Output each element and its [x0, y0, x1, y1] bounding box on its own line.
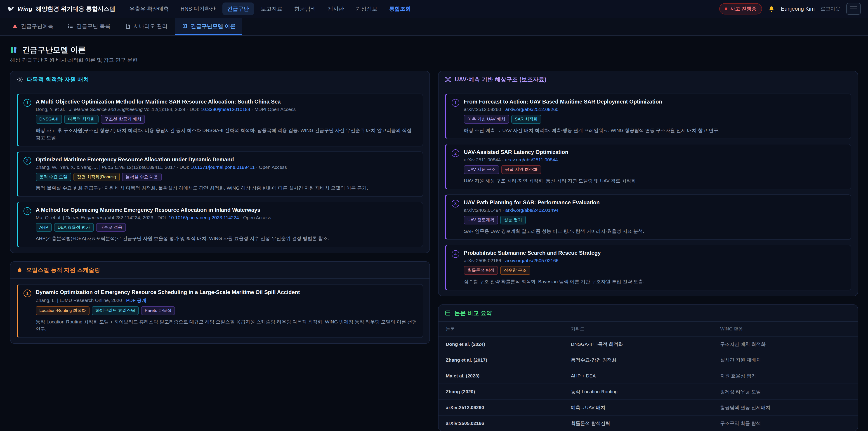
nav-item-oil-spill-prediction[interactable]: 유출유 확산예측 [124, 2, 174, 15]
panel-header: 오일스필 동적 자원 스케줄링 [10, 262, 430, 279]
paper-doi-link[interactable]: 10.3390/jmse12010184 [201, 107, 250, 112]
logout-button[interactable]: 로그아웃 [820, 5, 840, 12]
sub-tabbar: 긴급구난예측 긴급구난 목록 시나리오 관리 긴급구난모델 이론 [0, 18, 868, 36]
page-header: 긴급구난모델 이론 [10, 45, 858, 55]
paper-arxiv-link[interactable]: arxiv.org/abs/2505.02166 [505, 258, 558, 263]
tab-rescue-prediction[interactable]: 긴급구난예측 [5, 18, 60, 35]
panel-multi-objective: 다목적 최적화 자원 배치 1 A Multi-Objective Optimi… [10, 71, 430, 253]
paper-tag: Pareto 다목적 [141, 306, 175, 315]
panel-header: 다목적 최적화 자원 배치 [10, 71, 430, 88]
paper-meta: Dong, Y. et al. | J. Marine Science and … [36, 107, 417, 112]
paper-meta-suffix: · Open Access [240, 215, 271, 220]
incident-status-badge[interactable]: 사고 진행중 [719, 3, 762, 14]
column-header-wing-usage: WING 활용 [713, 322, 858, 336]
paper-ref-link[interactable]: arXiv:2512.09260 [438, 400, 564, 415]
hamburger-menu-icon[interactable] [846, 3, 861, 15]
wing-logo-icon [7, 5, 14, 12]
paper-ref-link[interactable]: Zhang (2020) [438, 384, 564, 400]
book-icon [182, 24, 187, 29]
paper-number-badge: 1 [24, 289, 31, 297]
paper-tags: UAV 지원 구조 응답 지연 최소화 [464, 165, 637, 174]
tab-rescue-model-theory[interactable]: 긴급구난모델 이론 [175, 18, 242, 35]
paper-card: 3 UAV Path Planning for SAR: Performance… [445, 194, 851, 240]
paper-description: 동적·불확실 수요 변화 긴급구난 자원 배치 다목적 최적화. 불확실성 하에… [36, 184, 368, 192]
paper-tag: 확률론적 탐색 [464, 266, 498, 275]
paper-tag: 응답 지연 최소화 [501, 165, 541, 174]
panel-body: 1 From Forecast to Action: UAV-Based Mar… [438, 88, 858, 296]
navbar-right: 사고 진행중 Eunjeong Kim 로그아웃 [719, 3, 861, 15]
column-header-paper: 논문 [438, 322, 564, 336]
paper-tags: Location-Routing 최적화 하이브리드 휴리스틱 Pareto 다… [36, 306, 417, 315]
gear-icon [17, 76, 23, 83]
paper-meta-suffix: · Open Access [256, 164, 287, 170]
paper-title: UAV-Assisted SAR Latency Optimization [464, 149, 637, 155]
paper-info: 12(12):e0189411, 2017 · DOI: [126, 164, 189, 170]
paper-tag: 내수로 적용 [96, 223, 126, 232]
paper-card: 3 A Method for Optimizing Maritime Emerg… [17, 202, 423, 247]
paper-card: 1 A Multi-Objective Optimization Method … [17, 94, 423, 147]
paper-tag: 동적 수요 모델 [36, 173, 71, 182]
paper-arxiv-link[interactable]: arxiv.org/abs/2512.09260 [505, 107, 558, 112]
keyword-cell: 동적수요·강건 최적화 [564, 352, 713, 368]
paper-ref-link[interactable]: Zhang et al. (2017) [438, 352, 564, 368]
paper-authors: Dong, Y. et al. | [36, 107, 68, 112]
paper-title: Dynamic Optimization of Emergency Resour… [36, 289, 417, 296]
paper-doi-link[interactable]: 10.1016/j.oceaneng.2023.114224 [168, 215, 239, 220]
panel-title: 오일스필 동적 자원 스케줄링 [26, 266, 100, 274]
panel-paper-comparison: 논문 비교 요약 논문 키워드 WING 활용 Dong et al. (202… [438, 304, 858, 431]
right-column: UAV·예측 기반 해상구조 (보조자료) 1 From Forecast to… [438, 71, 858, 431]
paper-tag: DEA 효율성 평가 [54, 223, 94, 232]
paper-number-badge: 4 [452, 250, 459, 258]
paper-journal: PLoS ONE [102, 164, 125, 170]
panel-uav-forecast-sar: UAV·예측 기반 해상구조 (보조자료) 1 From Forecast to… [438, 71, 858, 296]
paper-meta: arXiv:2505.02166 · arxiv.org/abs/2505.02… [464, 258, 644, 263]
wing-usage-cell: 항공탐색 연동 선제배치 [713, 400, 858, 415]
keyword-cell: AHP + DEA [564, 368, 713, 384]
table-row: Zhang et al. (2017) 동적수요·강건 최적화 실시간 자원 재… [438, 352, 858, 368]
paper-ref-link[interactable]: arXiv:2505.02166 [438, 415, 564, 431]
document-icon [125, 24, 130, 29]
tab-scenario-management[interactable]: 시나리오 관리 [118, 18, 175, 35]
droplet-icon [17, 267, 23, 273]
paper-doi-link[interactable]: 10.1371/journal.pone.0189411 [191, 164, 254, 170]
nav-item-reports[interactable]: 보고자료 [256, 2, 287, 15]
tab-label: 시나리오 관리 [133, 23, 168, 30]
table-row: Ma et al. (2023) AHP + DEA 자원 효율성 평가 [438, 368, 858, 384]
notification-bell-icon[interactable] [768, 5, 775, 12]
paper-tag: DNSGA-II [36, 115, 62, 124]
nav-item-aerial-search[interactable]: 항공탐색 [289, 2, 321, 15]
paper-title: Optimized Maritime Emergency Resource Al… [36, 156, 368, 163]
keyword-cell: 예측→UAV 배치 [564, 400, 713, 415]
paper-arxiv-link[interactable]: arxiv.org/abs/2402.01494 [505, 208, 558, 213]
comparison-table: 논문 키워드 WING 활용 Dong et al. (2024) DNSGA-… [438, 322, 858, 431]
nav-item-board[interactable]: 게시판 [323, 2, 349, 15]
app-title: 해양환경 위기대응 통합시스템 [36, 5, 115, 13]
paper-tags: 예측 기반 UAV 배치 SAR 최적화 [464, 115, 719, 124]
paper-ref-link[interactable]: Ma et al. (2023) [438, 368, 564, 384]
paper-tags: 확률론적 탐색 잠수함 구조 [464, 266, 644, 275]
keyword-cell: DNSGA-II 다목적 최적화 [564, 336, 713, 352]
top-navbar: Wing 해양환경 위기대응 통합시스템 유출유 확산예측 HNS·대기확산 긴… [0, 0, 868, 18]
paper-arxiv-link[interactable]: arxiv.org/abs/2511.00844 [505, 157, 558, 162]
nav-item-emergency-rescue[interactable]: 긴급구난 [222, 2, 254, 15]
panel-title: 다목적 최적화 자원 배치 [27, 76, 89, 83]
nav-item-weather-info[interactable]: 기상정보 [351, 2, 382, 15]
panel-header: 논문 비교 요약 [438, 305, 858, 322]
wing-usage-cell: 자원 효율성 평가 [713, 368, 858, 384]
paper-title: A Multi-Objective Optimization Method fo… [36, 98, 417, 105]
tab-label: 긴급구난예측 [21, 23, 53, 30]
paper-description: 해상 조난 예측 → UAV 사전 배치 최적화. 예측-행동 연계 프레임워크… [464, 127, 719, 134]
paper-tag: AHP [36, 223, 52, 232]
panel-header: UAV·예측 기반 해상구조 (보조자료) [438, 71, 858, 88]
paper-description: AHP(계층분석법)+DEA(자료포락분석)로 긴급구난 자원 효율성 평가 및… [36, 235, 329, 242]
table-header-row: 논문 키워드 WING 활용 [438, 322, 858, 336]
nav-item-integrated-search[interactable]: 통합조회 [384, 2, 416, 15]
paper-ref-link[interactable]: Dong et al. (2024) [438, 336, 564, 352]
nav-item-hns-air-diffusion[interactable]: HNS·대기확산 [176, 2, 221, 15]
drone-icon [445, 76, 451, 83]
paper-tags: 동적 수요 모델 강건 최적화(Robust) 불확실 수요 대응 [36, 173, 368, 182]
page-subtitle: 해상 긴급구난 자원 배치·최적화 이론 및 참고 연구 문헌 [10, 57, 858, 63]
paper-pdf-link[interactable]: PDF 공개 [126, 298, 147, 303]
paper-tags: DNSGA-II 다목적 최적화 구조선·항공기 배치 [36, 115, 417, 124]
tab-rescue-list[interactable]: 긴급구난 목록 [61, 18, 117, 35]
